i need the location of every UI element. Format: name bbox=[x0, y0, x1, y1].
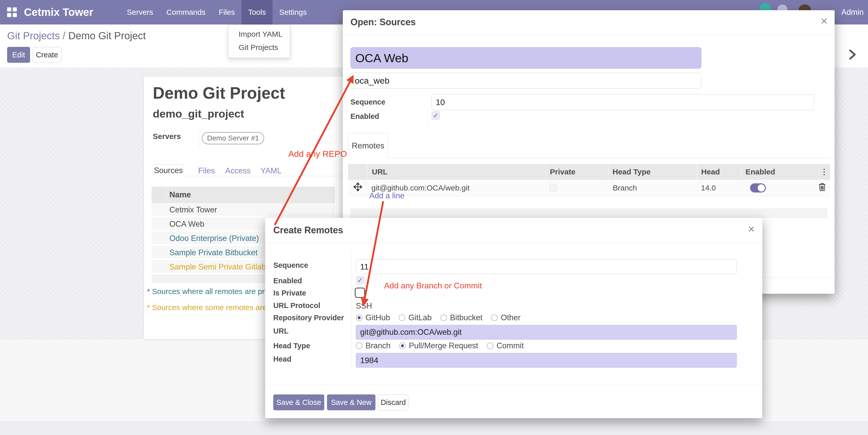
tools-dropdown-menu: Import YAML Git Projects bbox=[228, 25, 290, 58]
modal-header-divider bbox=[343, 35, 835, 35]
create-button[interactable]: Create bbox=[33, 47, 61, 63]
modal-header-divider bbox=[265, 243, 762, 243]
remote-table-row[interactable]: git@github.com:OCA/web.git Branch 14.0 bbox=[348, 180, 830, 196]
add-a-line-link[interactable]: Add a line bbox=[369, 191, 404, 200]
label-separator bbox=[199, 130, 199, 149]
url-label: URL bbox=[273, 327, 288, 335]
open-sources-modal-title: Open: Sources bbox=[350, 17, 416, 28]
page-footer-strip bbox=[0, 421, 868, 435]
tab-yaml[interactable]: YAML bbox=[260, 166, 281, 175]
nav-item-settings[interactable]: Settings bbox=[273, 0, 313, 25]
save-new-button[interactable]: Save & New bbox=[327, 395, 375, 410]
repository-provider-radios: GitHub GitLab Bitbucket Other bbox=[356, 313, 529, 322]
nav-item-commands[interactable]: Commands bbox=[160, 0, 212, 25]
source-code-input[interactable] bbox=[350, 73, 702, 88]
remote-headtype-cell: Branch bbox=[608, 183, 696, 192]
remote-enabled-cell bbox=[741, 183, 818, 193]
project-title: Demo Git Project bbox=[153, 84, 285, 103]
enabled-checkbox[interactable]: ✓ bbox=[431, 111, 440, 120]
radio-branch[interactable] bbox=[356, 343, 363, 349]
handle-column-divider bbox=[166, 187, 167, 203]
remote-url-cell: git@github.com:OCA/web.git bbox=[367, 183, 545, 192]
radio-commit[interactable] bbox=[487, 343, 493, 349]
name-column-header: Name bbox=[169, 190, 191, 199]
nav-item-servers[interactable]: Servers bbox=[120, 0, 160, 25]
enabled-label: Enabled bbox=[350, 112, 379, 121]
source-row-cetmix-tower[interactable]: Cetmix Tower bbox=[152, 203, 335, 216]
enabled-label: Enabled bbox=[273, 277, 302, 285]
tab-remotes[interactable]: Remotes bbox=[348, 133, 388, 158]
drag-column-header bbox=[348, 164, 367, 180]
tab-sources[interactable]: Sources bbox=[153, 165, 184, 176]
head-type-radios: Branch Pull/Merge Request Commit bbox=[356, 341, 532, 350]
pager-next-button[interactable] bbox=[846, 49, 858, 61]
menu-item-import-yaml[interactable]: Import YAML bbox=[239, 29, 282, 40]
remotes-table-header: URL Private Head Type Head Enabled ⋮ bbox=[348, 164, 830, 180]
navbar-menu: Servers Commands Files Tools Settings bbox=[120, 0, 313, 25]
is-private-label: Is Private bbox=[273, 289, 306, 297]
form-column-divider bbox=[351, 251, 352, 371]
sequence-label: Sequence bbox=[273, 261, 308, 269]
enabled-column-header: Enabled bbox=[741, 164, 818, 180]
server-badge[interactable]: Demo Server #1 bbox=[202, 132, 264, 144]
head-input[interactable] bbox=[356, 353, 737, 368]
chevron-right-icon bbox=[846, 49, 858, 61]
optional-columns-icon[interactable]: ⋮ bbox=[818, 164, 830, 180]
enabled-checkbox[interactable]: ✓ bbox=[356, 276, 365, 285]
app-brand[interactable]: Cetmix Tower bbox=[24, 0, 93, 25]
radio-github[interactable] bbox=[356, 314, 363, 321]
close-icon[interactable]: × bbox=[820, 16, 828, 26]
nav-item-tools[interactable]: Tools bbox=[242, 0, 273, 25]
footnote-semi-private: * Sources where some remotes are bbox=[147, 303, 267, 312]
head-label: Head bbox=[273, 355, 291, 364]
apps-grid-icon[interactable] bbox=[7, 7, 17, 17]
radio-pull-merge-request[interactable] bbox=[399, 343, 406, 349]
remote-delete-cell bbox=[818, 182, 830, 193]
sequence-input[interactable] bbox=[431, 94, 814, 110]
trash-icon[interactable] bbox=[818, 182, 826, 191]
tab-files[interactable]: Files bbox=[198, 166, 215, 175]
form-column-divider bbox=[428, 91, 428, 132]
radio-bitbucket[interactable] bbox=[440, 314, 447, 321]
servers-label: Servers bbox=[153, 132, 181, 141]
breadcrumb-git-projects[interactable]: Git Projects bbox=[7, 30, 60, 41]
repository-provider-label: Repository Provider bbox=[273, 314, 344, 322]
breadcrumb-current: Demo Git Project bbox=[68, 30, 146, 41]
head-column-header: Head bbox=[696, 164, 741, 180]
radio-other[interactable] bbox=[491, 314, 498, 321]
url-input[interactable] bbox=[356, 325, 737, 340]
save-close-button[interactable]: Save & Close bbox=[273, 395, 324, 410]
breadcrumb-separator: / bbox=[63, 30, 68, 41]
enabled-toggle[interactable] bbox=[750, 183, 766, 193]
discard-button[interactable]: Discard bbox=[378, 395, 408, 410]
drag-handle-icon[interactable] bbox=[348, 182, 367, 193]
close-icon[interactable]: × bbox=[748, 224, 755, 234]
create-remotes-modal: Create Remotes × Sequence Enabled ✓ Is P… bbox=[265, 218, 762, 418]
head-type-label: Head Type bbox=[273, 342, 310, 350]
tab-access[interactable]: Access bbox=[225, 166, 251, 175]
source-name-input[interactable] bbox=[350, 47, 702, 68]
edit-button[interactable]: Edit bbox=[7, 47, 30, 63]
user-menu[interactable]: Admin bbox=[841, 0, 864, 25]
url-protocol-value: SSH bbox=[356, 301, 372, 311]
private-checkbox[interactable] bbox=[549, 184, 557, 192]
project-code: demo_git_project bbox=[153, 108, 244, 120]
sequence-label: Sequence bbox=[350, 98, 385, 106]
nav-item-files[interactable]: Files bbox=[212, 0, 242, 25]
notebook-underline bbox=[348, 157, 830, 158]
menu-item-git-projects[interactable]: Git Projects bbox=[239, 42, 278, 53]
sequence-input[interactable] bbox=[356, 259, 737, 274]
modal-footer-divider bbox=[265, 385, 762, 385]
radio-gitlab[interactable] bbox=[399, 314, 405, 321]
annotation-add-any-branch: Add any Branch or Commit bbox=[384, 281, 482, 290]
is-private-checkbox[interactable] bbox=[355, 288, 365, 298]
footnote-private: * Sources where all remotes are pri bbox=[147, 287, 267, 296]
remote-private-cell bbox=[545, 184, 608, 192]
breadcrumb: Git Projects / Demo Git Project bbox=[7, 30, 146, 41]
url-protocol-label: URL Protocol bbox=[273, 301, 320, 310]
list-scroll-band bbox=[350, 209, 827, 218]
annotation-add-any-repo: Add any REPO bbox=[288, 149, 347, 159]
url-column-header: URL bbox=[367, 164, 545, 180]
private-column-header: Private bbox=[545, 164, 608, 180]
sources-table-header: Name bbox=[152, 187, 335, 203]
